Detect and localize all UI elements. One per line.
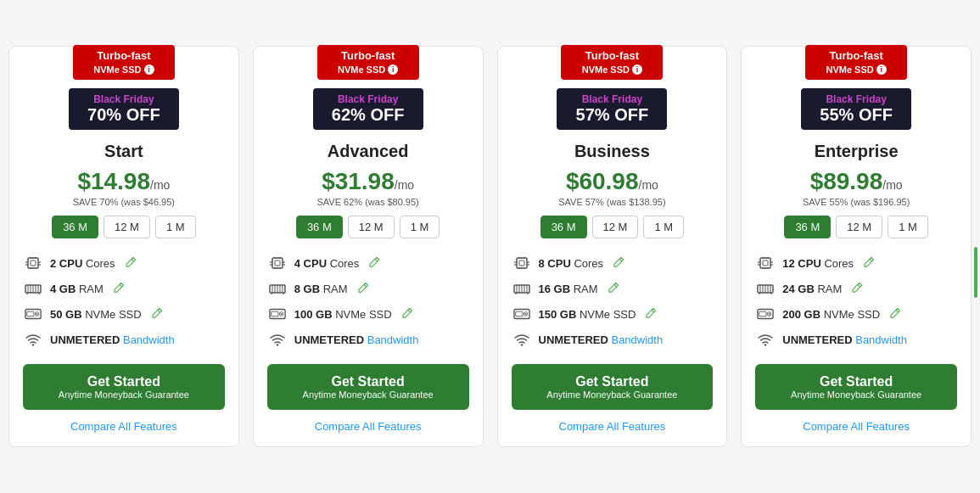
feature-ssd: 200 GB NVMe SSD — [755, 301, 957, 327]
turbo-line1: Turbo-fast — [814, 49, 899, 64]
turbo-line2: NVMe SSD i — [326, 64, 411, 76]
period-btn-36m[interactable]: 36 M — [52, 216, 98, 238]
black-friday-badge: Black Friday 70% OFF — [69, 88, 179, 130]
edit-ram-icon[interactable] — [114, 282, 125, 295]
period-btn-1m[interactable]: 1 M — [400, 216, 440, 238]
cpu-icon — [755, 255, 776, 272]
svg-rect-85 — [763, 261, 768, 266]
edit-ram-icon[interactable] — [608, 282, 619, 295]
period-selector: 36 M12 M1 M — [52, 216, 195, 238]
feature-text-cpu: 4 CPU Cores — [294, 257, 360, 270]
edit-cpu-icon[interactable] — [369, 256, 380, 270]
compare-link[interactable]: Compare All Features — [803, 420, 910, 433]
period-btn-36m[interactable]: 36 M — [784, 216, 831, 238]
feature-text-ssd: 50 GB NVMe SSD — [50, 308, 142, 321]
svg-rect-79 — [515, 311, 522, 316]
svg-line-82 — [652, 310, 654, 312]
per-mo: /mo — [150, 178, 170, 192]
plan-card-start: Turbo-fast NVMe SSD i Black Friday 70% O… — [8, 46, 239, 447]
period-btn-12m[interactable]: 12 M — [104, 216, 150, 238]
feature-text-ssd: 100 GB NVMe SSD — [294, 308, 392, 321]
plan-name: Business — [574, 142, 650, 161]
svg-rect-107 — [759, 311, 766, 316]
get-started-button[interactable]: Get Started Anytime Moneyback Guarantee — [755, 364, 957, 410]
get-started-button[interactable]: Get Started Anytime Moneyback Guarantee — [512, 364, 714, 410]
period-btn-36m[interactable]: 36 M — [296, 216, 343, 238]
svg-rect-28 — [272, 258, 283, 268]
svg-line-54 — [408, 310, 411, 312]
ram-icon — [267, 280, 288, 297]
feature-text-bandwidth: UNMETERED Bandwidth — [539, 333, 664, 346]
svg-rect-29 — [275, 261, 280, 266]
info-icon[interactable]: i — [876, 64, 887, 75]
svg-point-81 — [524, 313, 526, 315]
turbo-badge: Turbo-fast NVMe SSD i — [561, 45, 663, 80]
feature-text-cpu: 8 CPU Cores — [539, 257, 604, 270]
plan-card-advanced: Turbo-fast NVMe SSD i Black Friday 62% O… — [253, 46, 484, 447]
ssd-icon — [267, 305, 288, 322]
cpu-icon — [512, 255, 532, 272]
plan-card-enterprise: Turbo-fast NVMe SSD i Black Friday 55% O… — [741, 46, 972, 447]
pricing-container: Turbo-fast NVMe SSD i Black Friday 70% O… — [8, 46, 972, 447]
info-icon[interactable]: i — [632, 64, 642, 75]
features-list: 12 CPU Cores 24 GB RAM 200 GB NVMe SSD U… — [742, 250, 971, 352]
svg-rect-56 — [517, 258, 527, 268]
period-btn-36m[interactable]: 36 M — [540, 216, 587, 238]
period-selector: 36 M12 M1 M — [784, 216, 927, 238]
feature-text-ram: 24 GB RAM — [782, 283, 842, 295]
compare-link[interactable]: Compare All Features — [70, 420, 177, 433]
period-btn-12m[interactable]: 12 M — [348, 216, 395, 238]
svg-rect-57 — [519, 261, 524, 266]
feature-ram: 16 GB RAM — [512, 276, 714, 301]
svg-point-25 — [36, 313, 38, 315]
plan-price: $14.98/mo — [77, 168, 170, 195]
features-list: 8 CPU Cores 16 GB RAM 150 GB NVMe SSD UN… — [498, 250, 727, 352]
discount-label: 55% OFF — [811, 105, 901, 125]
discount-label: 62% OFF — [323, 105, 413, 125]
plan-name: Enterprise — [815, 142, 899, 161]
edit-ssd-icon[interactable] — [890, 307, 901, 321]
feature-text-ssd: 150 GB NVMe SSD — [539, 308, 636, 321]
edit-ssd-icon[interactable] — [402, 307, 413, 321]
edit-ssd-icon[interactable] — [152, 307, 163, 321]
ram-icon — [512, 280, 532, 297]
svg-point-109 — [769, 313, 770, 315]
edit-ram-icon[interactable] — [358, 282, 369, 295]
plan-price: $60.98/mo — [566, 168, 658, 195]
compare-link[interactable]: Compare All Features — [315, 420, 422, 433]
svg-point-53 — [280, 313, 282, 315]
ram-icon — [23, 280, 43, 297]
edit-cpu-icon[interactable] — [864, 256, 875, 270]
edit-cpu-icon[interactable] — [126, 256, 137, 270]
get-started-button[interactable]: Get Started Anytime Moneyback Guarantee — [267, 364, 469, 410]
black-friday-badge: Black Friday 62% OFF — [313, 88, 423, 130]
feature-cpu: 8 CPU Cores — [512, 250, 714, 276]
svg-rect-0 — [28, 258, 38, 268]
edit-cpu-icon[interactable] — [613, 256, 624, 270]
edit-ram-icon[interactable] — [852, 282, 863, 295]
period-btn-1m[interactable]: 1 M — [155, 216, 196, 238]
info-icon[interactable]: i — [144, 64, 154, 75]
compare-link[interactable]: Compare All Features — [559, 420, 666, 433]
turbo-badge: Turbo-fast NVMe SSD i — [805, 45, 907, 80]
plan-name: Start — [104, 142, 143, 161]
edit-ssd-icon[interactable] — [646, 307, 657, 321]
bandwidth-icon — [512, 331, 532, 348]
svg-line-12 — [132, 259, 134, 261]
feature-bandwidth: UNMETERED Bandwidth — [267, 327, 469, 352]
svg-line-26 — [158, 310, 160, 312]
feature-bandwidth: UNMETERED Bandwidth — [23, 327, 225, 352]
period-btn-1m[interactable]: 1 M — [888, 216, 928, 238]
feature-text-ram: 8 GB RAM — [294, 283, 348, 295]
turbo-line2: NVMe SSD i — [81, 64, 166, 76]
features-list: 4 CPU Cores 8 GB RAM 100 GB NVMe SSD UNM… — [254, 250, 483, 352]
period-btn-1m[interactable]: 1 M — [643, 216, 684, 238]
get-started-button[interactable]: Get Started Anytime Moneyback Guarantee — [23, 364, 225, 410]
feature-ram: 24 GB RAM — [755, 276, 957, 301]
period-btn-12m[interactable]: 12 M — [592, 216, 639, 238]
info-icon[interactable]: i — [388, 64, 398, 75]
turbo-badge: Turbo-fast NVMe SSD i — [317, 45, 419, 80]
period-btn-12m[interactable]: 12 M — [836, 216, 882, 238]
feature-text-ssd: 200 GB NVMe SSD — [782, 308, 880, 321]
cta-line2: Anytime Moneyback Guarantee — [522, 389, 703, 400]
